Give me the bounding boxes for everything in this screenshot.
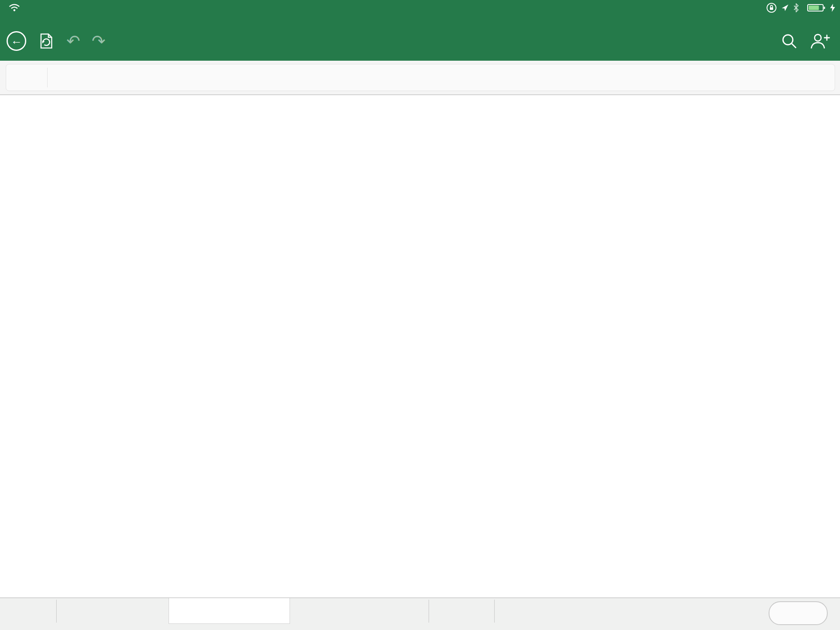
app-toolbar: ← ↶ ↷ <box>0 0 840 61</box>
document-title <box>0 16 840 29</box>
tab-resource-assignment[interactable] <box>289 598 429 623</box>
location-icon <box>781 4 789 12</box>
charging-bolt-icon <box>830 4 835 12</box>
fx-icon <box>17 64 43 91</box>
bluetooth-icon <box>793 3 799 12</box>
tab-separator <box>494 600 495 623</box>
rotation-lock-icon <box>766 2 777 13</box>
formula-bar <box>0 61 840 95</box>
excel-ipad-screen: ← ↶ ↷ <box>0 0 840 630</box>
add-sheet-button[interactable] <box>429 598 494 623</box>
sheet-tab-bar <box>0 598 840 630</box>
tab-task-assignment[interactable] <box>169 598 290 624</box>
tab-project-gantt-chart[interactable] <box>56 598 169 623</box>
formula-divider <box>47 68 48 87</box>
battery-icon <box>807 3 826 12</box>
sum-indicator[interactable] <box>769 601 828 625</box>
status-bar <box>0 0 840 16</box>
add-person-icon[interactable] <box>809 32 831 50</box>
formula-input[interactable] <box>6 64 835 91</box>
clock <box>0 0 840 16</box>
search-icon[interactable] <box>780 32 798 50</box>
ribbon-menu <box>0 36 840 55</box>
